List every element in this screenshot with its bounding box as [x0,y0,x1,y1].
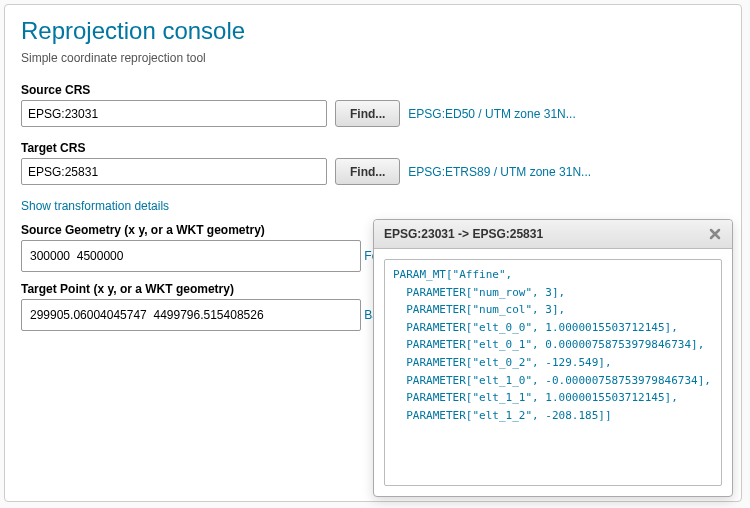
target-crs-find-button[interactable]: Find... [335,158,400,185]
source-crs-row: Find... EPSG:ED50 / UTM zone 31N... [21,100,725,127]
target-crs-description-link[interactable]: EPSG:ETRS89 / UTM zone 31N... [408,165,591,179]
page-title: Reprojection console [21,17,725,45]
dialog-title: EPSG:23031 -> EPSG:25831 [384,227,543,241]
source-crs-find-button[interactable]: Find... [335,100,400,127]
transformation-wkt-textarea[interactable] [384,259,722,486]
show-transformation-details-link[interactable]: Show transformation details [21,199,169,213]
page-subtitle: Simple coordinate reprojection tool [21,51,725,65]
dialog-body [374,249,732,496]
source-geometry-input[interactable] [21,240,361,272]
source-crs-input[interactable] [21,100,327,127]
source-crs-description-link[interactable]: EPSG:ED50 / UTM zone 31N... [408,107,575,121]
dialog-header[interactable]: EPSG:23031 -> EPSG:25831 [374,220,732,249]
target-crs-input[interactable] [21,158,327,185]
target-crs-label: Target CRS [21,141,725,155]
reprojection-console-panel: Reprojection console Simple coordinate r… [4,4,742,502]
target-point-input[interactable] [21,299,361,331]
transformation-details-dialog: EPSG:23031 -> EPSG:25831 [373,219,733,497]
target-crs-row: Find... EPSG:ETRS89 / UTM zone 31N... [21,158,725,185]
close-icon[interactable] [706,225,724,243]
source-crs-label: Source CRS [21,83,725,97]
